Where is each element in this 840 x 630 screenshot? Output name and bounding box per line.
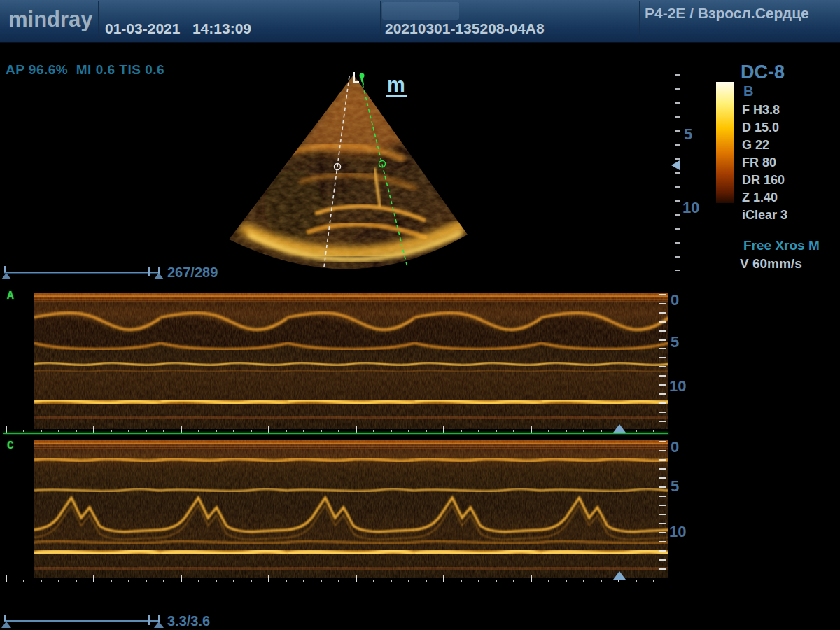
header-bar: mindray 01-03-2021 14:13:09 20210301-135… [0, 0, 840, 43]
depth-label-5: 5 [684, 125, 692, 144]
trace-c-depth-10: 10 [669, 523, 686, 541]
header-divider [380, 1, 382, 39]
bmode-depth-ruler [675, 74, 680, 271]
frame-counter: 267/289 [167, 265, 218, 281]
header-highlight [382, 2, 459, 20]
ultrasound-screen: mindray 01-03-2021 14:13:09 20210301-135… [0, 0, 840, 630]
depth-label-10: 10 [682, 199, 699, 217]
param-gain: G 22 [742, 138, 833, 153]
trace-a-depth-ticks [659, 294, 666, 428]
exam-datetime: 01-03-2021 14:13:09 [105, 20, 251, 37]
scrubber-position-marker[interactable] [154, 273, 164, 279]
scrubber-range-tick [148, 267, 150, 276]
mode-label: B [743, 83, 753, 99]
mmode-active-icon: m [386, 76, 407, 97]
trace-c-depth-0: 0 [671, 438, 679, 456]
scrubber-track[interactable] [4, 272, 160, 273]
time-counter: 3.3/3.6 [167, 613, 210, 629]
bottom-timeline-minor-ticks [6, 580, 668, 582]
trace-c-label: C [7, 440, 14, 452]
param-zoom: Z 1.40 [742, 190, 833, 205]
scrubber-position-marker[interactable] [154, 622, 164, 628]
acoustic-output-status: AP 96.6% MI 0.6 TIS 0.6 [6, 62, 164, 78]
scrubber-start-marker[interactable] [1, 622, 11, 628]
scrubber-start-marker[interactable] [1, 273, 11, 279]
header-divider [98, 1, 99, 39]
system-model-label: DC-8 [741, 62, 785, 83]
trace-a-time-marker[interactable] [613, 424, 626, 433]
probe-preset: P4-2E / Взросл.Сердце [645, 5, 809, 22]
trace-a-depth-10: 10 [669, 377, 686, 396]
sweep-speed-label: V 60mm/s [740, 256, 802, 272]
bmode-sector-image [217, 70, 483, 280]
scrubber-track[interactable] [4, 620, 160, 622]
scrubber-range-tick [148, 615, 150, 625]
param-iclear: iClear 3 [742, 208, 833, 223]
scrubber-start-tick [4, 615, 6, 621]
timeline-minor-ticks [6, 430, 668, 432]
sector-anatomy [217, 70, 483, 280]
trace-c-depth-5: 5 [671, 477, 679, 496]
mmode-trace-c [34, 440, 668, 578]
exam-id: 20210301-135208-04A8 [385, 20, 545, 37]
param-framerate: FR 80 [742, 155, 833, 170]
cine-frame-scrubber[interactable]: 267/289 [0, 265, 210, 280]
focus-position-marker[interactable] [671, 160, 680, 170]
cine-time-scrubber[interactable]: 3.3/3.6 [0, 613, 210, 629]
trace-c-depth-ticks [659, 441, 666, 577]
trace-c-time-marker[interactable] [613, 571, 626, 580]
trace-a-depth-0: 0 [671, 291, 679, 309]
trace-a-label: A [7, 290, 14, 302]
header-divider [639, 1, 640, 39]
param-frequency: F H3.8 [742, 103, 833, 118]
param-dynamic-range: DR 160 [742, 173, 833, 188]
timeline-axis [4, 433, 668, 434]
grayscale-colorbar [716, 82, 734, 203]
mindray-logo: mindray [8, 7, 93, 32]
scrubber-start-tick [4, 266, 6, 272]
mmode-trace-a [34, 293, 668, 429]
free-xros-m-label: Free Xros M [743, 238, 820, 253]
param-depth: D 15.0 [742, 120, 833, 135]
trace-a-depth-5: 5 [671, 333, 679, 351]
